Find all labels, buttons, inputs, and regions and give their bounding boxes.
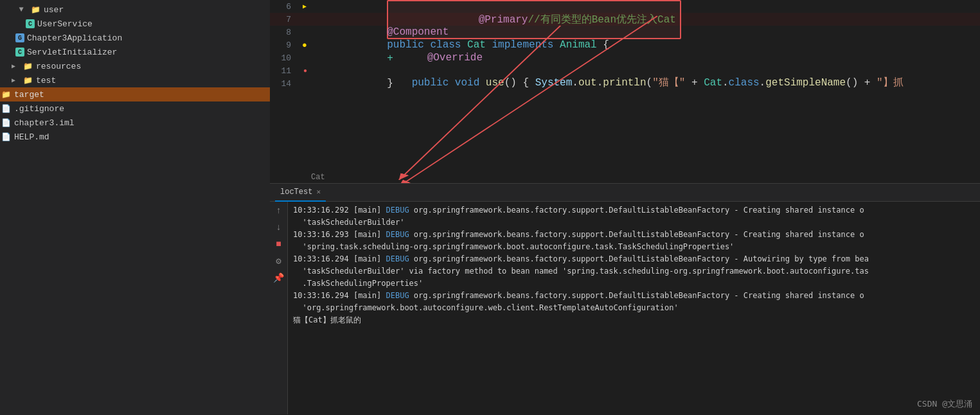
sidebar-item-chapter3app[interactable]: G Chapter3Application (0, 31, 270, 45)
console-area: locTest ✕ ↑ ↓ ■ ⚙ 📌 10:33:16.292 [main] … (270, 183, 980, 414)
file2-icon: 📄 (0, 117, 12, 128)
console-tab-close-icon[interactable]: ✕ (316, 188, 321, 196)
console-line-9: 'org.springframework.boot.autoconfigure.… (293, 302, 975, 314)
line-number-9: 9 (270, 40, 299, 50)
console-tab-label: locTest (280, 188, 312, 197)
sidebar-item-chapter3iml[interactable]: 📄 chapter3.iml (0, 116, 270, 130)
line-number-6: 6 (270, 2, 299, 12)
console-line-8: 10:33:16.294 [main] DEBUG org.springfram… (293, 290, 975, 302)
sidebar-label: chapter3.iml (14, 118, 75, 128)
file-icon: 📄 (0, 103, 12, 114)
console-content: 10:33:16.292 [main] DEBUG org.springfram… (288, 202, 980, 414)
sidebar-item-helpmd[interactable]: 📄 HELP.md (0, 130, 270, 144)
sidebar-label: .gitignore (14, 104, 64, 114)
folder-icon: 📁 (30, 4, 41, 15)
sidebar-item-user[interactable]: ▼ 📁 user (0, 3, 270, 17)
folder3-icon: 📁 (22, 75, 33, 86)
scroll-up-btn[interactable]: ↑ (272, 204, 285, 217)
line-number-14: 14 (270, 79, 299, 89)
line-content-14: } (310, 66, 980, 90)
watermark: CSDN @文思涌 (917, 398, 972, 410)
expand-arrow-icon: ▼ (15, 4, 27, 15)
sidebar-label: UserService (37, 19, 93, 29)
java-c-icon: C (26, 19, 35, 28)
breakpoint-icon: ● (302, 40, 307, 50)
console-sidebar: ↑ ↓ ■ ⚙ 📌 (270, 202, 288, 414)
sidebar: ▼ 📁 user C UserService G Chapter3Applica… (0, 0, 270, 415)
line-number-7: 7 (270, 15, 299, 24)
settings-btn[interactable]: ⚙ (272, 254, 285, 267)
console-line-4: 'spring.task.scheduling-org.springframew… (293, 241, 975, 253)
plus-icon: + (387, 53, 393, 64)
pin-btn[interactable]: 📌 (272, 271, 285, 284)
sidebar-item-gitignore[interactable]: 📄 .gitignore (0, 102, 270, 116)
line-indicator-9: ● (299, 40, 310, 50)
sidebar-item-userservice[interactable]: C UserService (0, 17, 270, 31)
sidebar-label: user (44, 5, 64, 15)
code-lines: 6 ▶ 7 @Primary//有同类型的Bean优先注入Cat (270, 0, 980, 90)
folder4-icon: 📁 (0, 89, 12, 100)
sidebar-item-target[interactable]: 📁 target (0, 87, 270, 102)
code-line-14: 14 } (270, 77, 980, 90)
line-indicator-11: ● (299, 67, 310, 75)
main-container: ▼ 📁 user C UserService G Chapter3Applica… (0, 0, 980, 415)
console-tab-loctest[interactable]: locTest ✕ (275, 184, 326, 202)
folder2-icon: 📁 (22, 60, 33, 72)
brace-close: } (387, 78, 393, 89)
console-line-5: 10:33:16.294 [main] DEBUG org.springfram… (293, 253, 975, 265)
line-number-11: 11 (270, 66, 299, 76)
sidebar-item-servletinitializer[interactable]: C ServletInitializer (0, 45, 270, 59)
console-tab-bar: locTest ✕ (270, 184, 980, 202)
console-line-3: 10:33:16.293 [main] DEBUG org.springfram… (293, 229, 975, 241)
console-line-7: .TaskSchedulingProperties' (293, 278, 975, 290)
sidebar-label: HELP.md (14, 132, 49, 142)
console-line-chinese: 猫【Cat】抓老鼠的 (293, 314, 975, 326)
sidebar-label: ServletInitializer (27, 48, 117, 57)
cat-label: Cat (308, 172, 328, 183)
sidebar-item-test[interactable]: ▶ 📁 test (0, 73, 270, 87)
red-circle-icon: ● (303, 67, 307, 75)
java-g-icon: G (15, 33, 24, 42)
line-number-8: 8 (270, 28, 299, 37)
editor-area: 6 ▶ 7 @Primary//有同类型的Bean优先注入Cat (270, 0, 980, 415)
line-number-10: 10 (270, 53, 299, 63)
line-indicator-6: ▶ (299, 3, 310, 10)
sidebar-label: Chapter3Application (27, 33, 122, 43)
code-editor: 6 ▶ 7 @Primary//有同类型的Bean优先注入Cat (270, 0, 980, 183)
collapse-arrow2-icon: ▶ (8, 75, 19, 86)
console-line-2: 'taskSchedulerBuilder' (293, 216, 975, 229)
sidebar-label: test (36, 76, 56, 85)
sidebar-label: target (14, 90, 44, 100)
arrow-icon: ▶ (303, 3, 307, 10)
console-line-1: 10:33:16.292 [main] DEBUG org.springfram… (293, 204, 975, 216)
sidebar-item-resources[interactable]: ▶ 📁 resources (0, 59, 270, 73)
scroll-down-btn[interactable]: ↓ (272, 221, 285, 234)
collapse-arrow-icon: ▶ (8, 60, 19, 72)
java-c2-icon: C (15, 48, 24, 57)
console-content-wrapper: ↑ ↓ ■ ⚙ 📌 10:33:16.292 [main] DEBUG org.… (270, 202, 980, 414)
console-line-6: 'taskSchedulerBuilder' via factory metho… (293, 265, 975, 278)
sidebar-label: resources (36, 62, 81, 71)
file3-icon: 📄 (0, 131, 12, 143)
stop-btn[interactable]: ■ (272, 238, 285, 251)
